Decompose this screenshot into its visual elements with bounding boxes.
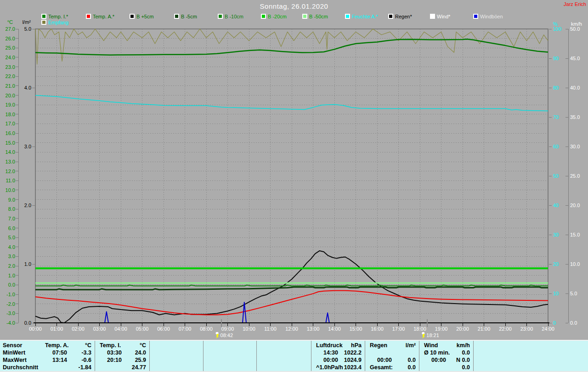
tick-label: 45.0	[570, 56, 580, 61]
sunrise-icon	[216, 332, 219, 338]
weather-station-window: Sonntag, 26.01.2020 Jarz Erich Temp. I.*…	[0, 0, 588, 372]
tick-label: 3.0	[24, 144, 31, 149]
tick-label: 22.0	[6, 73, 15, 79]
table-col-unit: °C	[95, 342, 146, 349]
tick-label: 20.0	[570, 203, 580, 208]
table-cell-value: 0.0	[365, 364, 416, 371]
hour-label: 15:00	[350, 326, 362, 332]
tick-label: 3.0	[8, 254, 15, 259]
tick-label: 50	[553, 173, 559, 179]
hour-label: 06:00	[157, 326, 170, 332]
tick-label: 8.0	[8, 206, 15, 212]
tick-label: 26.0	[6, 36, 15, 41]
hour-label: 00:00	[29, 326, 42, 332]
tick-label: 70	[553, 114, 559, 120]
tick-label: 21.0	[6, 83, 15, 89]
tick-label: 0.0	[24, 320, 31, 326]
chart-canvas: -4.0-3.0-2.0-1.00.01.02.03.04.05.06.07.0…	[0, 0, 588, 340]
hour-label: 22:00	[499, 326, 512, 332]
hour-label: 24:00	[542, 326, 554, 332]
hour-label: 18:00	[413, 326, 426, 332]
tick-label: 12.0	[6, 169, 15, 174]
tick-label: -2.0	[6, 301, 15, 307]
table-cell-value: 25.9	[95, 356, 146, 364]
table-col-unit: °C	[40, 342, 91, 349]
tick-label: 11.0	[6, 178, 15, 183]
hour-label: 02:00	[72, 326, 85, 332]
hour-label: 19:00	[435, 326, 448, 332]
table-cell-value: 0.0	[365, 356, 416, 364]
tick-label: 23.0	[6, 64, 15, 70]
table-col-unit: hPa	[311, 342, 362, 349]
axis-unit-percent: %	[553, 21, 558, 27]
tick-label: 30	[553, 232, 559, 237]
table-column-separator	[473, 341, 474, 371]
axis-unit-rain: l/m²	[23, 19, 31, 25]
sun-icon-bolt	[216, 334, 219, 338]
tick-label: 25.0	[6, 45, 15, 51]
tick-label: 5.0	[24, 26, 31, 32]
series-temp_i-line	[35, 39, 548, 55]
hour-label: 01:00	[51, 326, 63, 332]
tick-label: 35.0	[570, 114, 580, 120]
tick-label: 10.0	[6, 187, 15, 193]
tick-label: 20.0	[6, 93, 15, 98]
table-cell-value: N 0.0	[419, 356, 470, 364]
table-column-separator	[149, 341, 150, 371]
hour-label: 13:00	[307, 326, 320, 332]
table-cell-value: -3.3	[40, 349, 91, 356]
tick-label: 13.0	[6, 159, 15, 164]
table-col-unit: l/m²	[365, 342, 416, 349]
tick-label: 15.0	[570, 232, 580, 237]
tick-label: 0.0	[570, 320, 577, 326]
hour-label: 16:00	[371, 326, 384, 332]
hour-label: 07:00	[179, 326, 192, 332]
tick-label: 50.0	[570, 26, 580, 32]
tick-label: 9.0	[8, 197, 15, 203]
tick-label: 100	[553, 26, 561, 32]
tick-label: 14.0	[6, 149, 15, 155]
table-col-unit: km/h	[419, 342, 470, 349]
tick-label: 10	[553, 291, 559, 296]
tick-label: 20	[553, 261, 559, 267]
tick-label: 10.0	[570, 261, 580, 267]
sunset-icon	[422, 332, 425, 338]
hour-label: 04:00	[114, 326, 127, 332]
table-cell-value: -1.84	[40, 364, 91, 371]
tick-label: 90	[553, 56, 559, 61]
tick-label: 40	[553, 203, 559, 208]
tick-label: 4.0	[8, 244, 15, 250]
table-cell-value: 1024.9	[311, 356, 362, 364]
hour-label: 14:00	[328, 326, 341, 332]
tick-label: 17.0	[6, 121, 15, 126]
tick-label: -3.0	[6, 310, 15, 316]
table-cell-value: 0.0	[419, 349, 470, 356]
statistics-table: SensorMinWertMaxWertDurchschnittTemp. A.…	[0, 340, 588, 371]
table-row-label: MaxWert	[3, 356, 40, 364]
tick-label: 0	[553, 320, 556, 326]
axis-rain: 0.01.02.03.04.05.0	[24, 26, 35, 326]
tick-label: 18.0	[6, 112, 15, 117]
tick-label: 27.0	[6, 26, 15, 32]
table-row-label: Sensor	[3, 342, 40, 349]
hour-label: 08:00	[200, 326, 213, 332]
tick-label: 2.0	[8, 263, 15, 269]
tick-label: 1.0	[8, 273, 15, 278]
axis-unit-temp-c: °C	[7, 19, 13, 25]
sun-icon-bolt	[422, 334, 425, 338]
tick-label: 30.0	[570, 144, 580, 149]
table-column-separator	[256, 341, 257, 371]
table-row-label: MinWert	[3, 349, 40, 356]
axis-unit-kmh: km/h	[571, 21, 582, 27]
hour-label: 05:00	[136, 326, 149, 332]
series-b_minus10-line	[35, 285, 548, 286]
tick-label: 15.0	[6, 140, 15, 146]
hour-label: 11:00	[264, 326, 277, 332]
tick-label: 25.0	[570, 173, 580, 179]
table-cell-value: 1022.2	[311, 349, 362, 356]
tick-label: 7.0	[8, 216, 15, 221]
hour-label: 12:00	[285, 326, 298, 332]
tick-label: 60	[553, 144, 559, 149]
tick-label: 1.0	[24, 261, 31, 267]
tick-label: 80	[553, 85, 559, 90]
